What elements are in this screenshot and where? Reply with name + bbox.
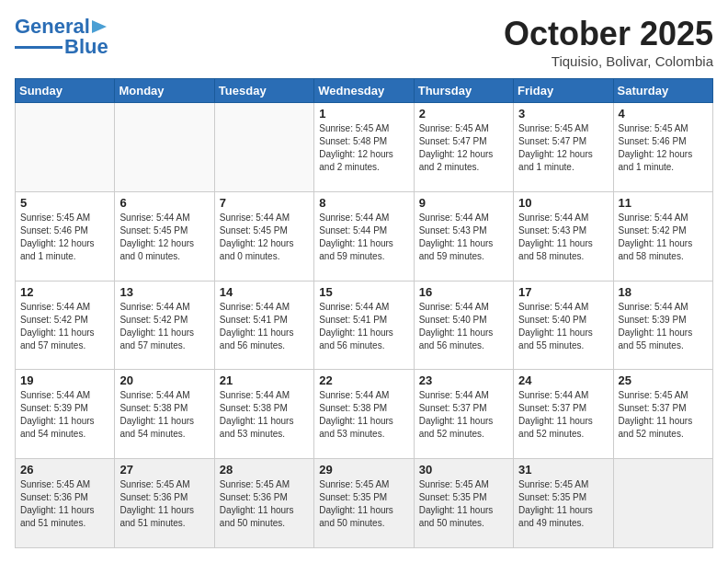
header: General Blue October 2025 Tiquisio, Boli… <box>15 15 713 69</box>
calendar-cell: 4Sunrise: 5:45 AM Sunset: 5:46 PM Daylig… <box>613 103 712 192</box>
calendar-cell <box>115 103 214 192</box>
weekday-header-saturday: Saturday <box>613 79 712 103</box>
calendar-week-2: 5Sunrise: 5:45 AM Sunset: 5:46 PM Daylig… <box>16 191 713 281</box>
calendar-cell <box>16 103 115 192</box>
calendar-cell <box>214 103 313 192</box>
weekday-header-monday: Monday <box>115 79 214 103</box>
day-number: 3 <box>518 107 608 121</box>
logo-block: General Blue <box>15 15 110 59</box>
day-info: Sunrise: 5:44 AM Sunset: 5:45 PM Dayligh… <box>220 212 309 263</box>
calendar-week-4: 19Sunrise: 5:44 AM Sunset: 5:39 PM Dayli… <box>16 370 713 459</box>
day-info: Sunrise: 5:44 AM Sunset: 5:44 PM Dayligh… <box>319 212 408 263</box>
day-number: 20 <box>119 373 209 387</box>
calendar-cell: 17Sunrise: 5:44 AM Sunset: 5:40 PM Dayli… <box>514 281 613 370</box>
calendar-cell: 28Sunrise: 5:45 AM Sunset: 5:36 PM Dayli… <box>214 459 313 548</box>
day-info: Sunrise: 5:44 AM Sunset: 5:37 PM Dayligh… <box>419 389 508 441</box>
day-number: 21 <box>220 373 309 387</box>
calendar-cell: 1Sunrise: 5:45 AM Sunset: 5:48 PM Daylig… <box>314 103 414 192</box>
calendar-cell: 5Sunrise: 5:45 AM Sunset: 5:46 PM Daylig… <box>16 191 115 281</box>
day-number: 8 <box>319 196 408 210</box>
day-info: Sunrise: 5:44 AM Sunset: 5:41 PM Dayligh… <box>319 301 408 352</box>
day-info: Sunrise: 5:44 AM Sunset: 5:38 PM Dayligh… <box>319 389 408 441</box>
weekday-header-tuesday: Tuesday <box>214 79 313 103</box>
day-info: Sunrise: 5:45 AM Sunset: 5:36 PM Dayligh… <box>119 478 209 530</box>
day-info: Sunrise: 5:45 AM Sunset: 5:46 PM Dayligh… <box>20 212 109 263</box>
calendar-cell: 20Sunrise: 5:44 AM Sunset: 5:38 PM Dayli… <box>115 370 214 459</box>
weekday-header-thursday: Thursday <box>414 79 513 103</box>
day-number: 2 <box>419 107 508 121</box>
day-info: Sunrise: 5:44 AM Sunset: 5:38 PM Dayligh… <box>119 389 209 441</box>
calendar-cell: 16Sunrise: 5:44 AM Sunset: 5:40 PM Dayli… <box>414 281 513 370</box>
calendar-cell: 21Sunrise: 5:44 AM Sunset: 5:38 PM Dayli… <box>214 370 313 459</box>
calendar-cell: 12Sunrise: 5:44 AM Sunset: 5:42 PM Dayli… <box>16 281 115 370</box>
calendar-week-5: 26Sunrise: 5:45 AM Sunset: 5:36 PM Dayli… <box>16 459 713 548</box>
day-number: 11 <box>619 196 708 210</box>
calendar-cell: 2Sunrise: 5:45 AM Sunset: 5:47 PM Daylig… <box>414 103 513 192</box>
calendar-cell: 7Sunrise: 5:44 AM Sunset: 5:45 PM Daylig… <box>214 191 313 281</box>
day-number: 4 <box>619 107 708 121</box>
day-info: Sunrise: 5:45 AM Sunset: 5:35 PM Dayligh… <box>319 478 408 530</box>
day-number: 28 <box>220 463 309 477</box>
day-info: Sunrise: 5:44 AM Sunset: 5:41 PM Dayligh… <box>220 301 309 352</box>
day-number: 27 <box>119 463 209 477</box>
calendar-cell: 9Sunrise: 5:44 AM Sunset: 5:43 PM Daylig… <box>414 191 513 281</box>
calendar-week-1: 1Sunrise: 5:45 AM Sunset: 5:48 PM Daylig… <box>16 103 713 192</box>
day-info: Sunrise: 5:44 AM Sunset: 5:45 PM Dayligh… <box>119 212 209 263</box>
day-info: Sunrise: 5:45 AM Sunset: 5:48 PM Dayligh… <box>319 122 408 174</box>
calendar-cell: 23Sunrise: 5:44 AM Sunset: 5:37 PM Dayli… <box>414 370 513 459</box>
day-info: Sunrise: 5:44 AM Sunset: 5:42 PM Dayligh… <box>20 301 109 352</box>
logo: General Blue <box>15 15 110 59</box>
day-number: 18 <box>619 285 708 299</box>
day-number: 13 <box>119 285 209 299</box>
day-info: Sunrise: 5:44 AM Sunset: 5:43 PM Dayligh… <box>518 212 608 263</box>
calendar-cell: 13Sunrise: 5:44 AM Sunset: 5:42 PM Dayli… <box>115 281 214 370</box>
calendar-cell: 30Sunrise: 5:45 AM Sunset: 5:35 PM Dayli… <box>414 459 513 548</box>
day-number: 31 <box>518 463 608 477</box>
day-info: Sunrise: 5:45 AM Sunset: 5:47 PM Dayligh… <box>419 122 508 174</box>
day-info: Sunrise: 5:45 AM Sunset: 5:46 PM Dayligh… <box>619 122 708 174</box>
day-info: Sunrise: 5:45 AM Sunset: 5:35 PM Dayligh… <box>419 478 508 530</box>
day-number: 5 <box>20 196 109 210</box>
calendar-cell: 26Sunrise: 5:45 AM Sunset: 5:36 PM Dayli… <box>16 459 115 548</box>
svg-marker-0 <box>92 20 107 33</box>
day-number: 24 <box>518 373 608 387</box>
day-number: 12 <box>20 285 109 299</box>
calendar-cell: 3Sunrise: 5:45 AM Sunset: 5:47 PM Daylig… <box>514 103 613 192</box>
calendar-cell: 31Sunrise: 5:45 AM Sunset: 5:35 PM Dayli… <box>514 459 613 548</box>
day-info: Sunrise: 5:44 AM Sunset: 5:38 PM Dayligh… <box>220 389 309 441</box>
page: General Blue October 2025 Tiquisio, Boli… <box>0 0 728 563</box>
day-info: Sunrise: 5:44 AM Sunset: 5:37 PM Dayligh… <box>518 389 608 441</box>
day-number: 7 <box>220 196 309 210</box>
calendar-cell: 14Sunrise: 5:44 AM Sunset: 5:41 PM Dayli… <box>214 281 313 370</box>
calendar-cell: 27Sunrise: 5:45 AM Sunset: 5:36 PM Dayli… <box>115 459 214 548</box>
calendar-cell: 22Sunrise: 5:44 AM Sunset: 5:38 PM Dayli… <box>314 370 414 459</box>
day-number: 10 <box>518 196 608 210</box>
day-info: Sunrise: 5:45 AM Sunset: 5:35 PM Dayligh… <box>518 478 608 530</box>
title-block: October 2025 Tiquisio, Bolivar, Colombia <box>504 15 713 69</box>
day-number: 19 <box>20 373 109 387</box>
day-number: 23 <box>419 373 508 387</box>
calendar-cell: 19Sunrise: 5:44 AM Sunset: 5:39 PM Dayli… <box>16 370 115 459</box>
day-info: Sunrise: 5:45 AM Sunset: 5:37 PM Dayligh… <box>619 389 708 441</box>
day-info: Sunrise: 5:44 AM Sunset: 5:39 PM Dayligh… <box>619 301 708 352</box>
day-info: Sunrise: 5:44 AM Sunset: 5:40 PM Dayligh… <box>419 301 508 352</box>
calendar-cell: 18Sunrise: 5:44 AM Sunset: 5:39 PM Dayli… <box>613 281 712 370</box>
calendar-cell <box>613 459 712 548</box>
day-number: 15 <box>319 285 408 299</box>
calendar-cell: 10Sunrise: 5:44 AM Sunset: 5:43 PM Dayli… <box>514 191 613 281</box>
calendar-cell: 6Sunrise: 5:44 AM Sunset: 5:45 PM Daylig… <box>115 191 214 281</box>
day-info: Sunrise: 5:44 AM Sunset: 5:42 PM Dayligh… <box>619 212 708 263</box>
day-info: Sunrise: 5:44 AM Sunset: 5:39 PM Dayligh… <box>20 389 109 441</box>
weekday-header-wednesday: Wednesday <box>314 79 414 103</box>
calendar: SundayMondayTuesdayWednesdayThursdayFrid… <box>15 78 713 548</box>
day-info: Sunrise: 5:45 AM Sunset: 5:47 PM Dayligh… <box>518 122 608 174</box>
calendar-cell: 15Sunrise: 5:44 AM Sunset: 5:41 PM Dayli… <box>314 281 414 370</box>
day-number: 16 <box>419 285 508 299</box>
day-info: Sunrise: 5:44 AM Sunset: 5:40 PM Dayligh… <box>518 301 608 352</box>
weekday-header-sunday: Sunday <box>16 79 115 103</box>
calendar-week-3: 12Sunrise: 5:44 AM Sunset: 5:42 PM Dayli… <box>16 281 713 370</box>
month-title: October 2025 <box>504 15 713 53</box>
day-number: 26 <box>20 463 109 477</box>
day-number: 1 <box>319 107 408 121</box>
calendar-cell: 25Sunrise: 5:45 AM Sunset: 5:37 PM Dayli… <box>613 370 712 459</box>
